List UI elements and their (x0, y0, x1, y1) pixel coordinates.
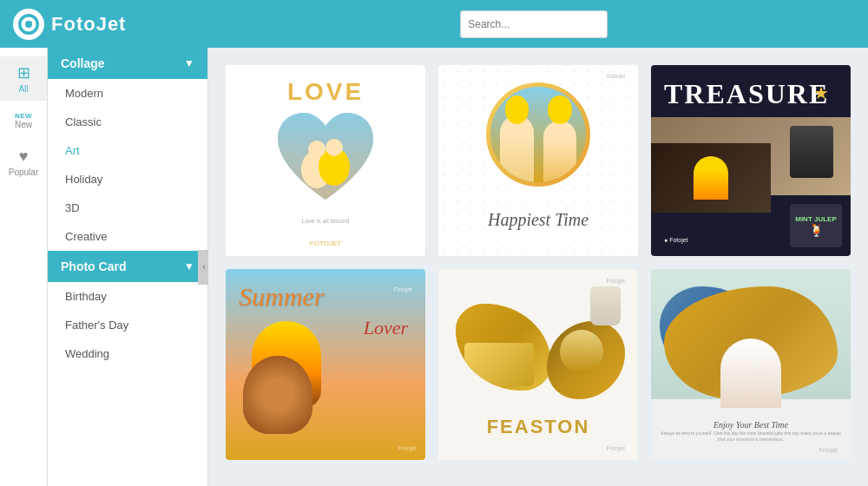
treasure-child (694, 156, 728, 200)
sidebar: Collage ▼ Modern Classic Art Holiday 3D … (48, 48, 208, 486)
sidebar-item-art[interactable]: Art (48, 136, 207, 165)
feaston-photo-left (456, 304, 551, 391)
sidebar-item-fathers-day[interactable]: Father's Day (48, 311, 207, 339)
svg-point-7 (326, 139, 343, 156)
svg-point-2 (25, 21, 32, 28)
sidebar-item-3d[interactable]: 3D (48, 194, 207, 222)
enjoy-footer: Fotojet (819, 447, 838, 453)
summer-card-preview: Fotojet Summer Lover Fotojet (226, 269, 425, 460)
nav-item-all[interactable]: ⊞ All (0, 56, 47, 101)
sidebar-item-creative[interactable]: Creative (48, 222, 207, 251)
nav-item-popular[interactable]: ♥ Popular (0, 141, 47, 184)
love-card-preview: LOVE (226, 65, 425, 256)
template-summer[interactable]: Fotojet Summer Lover Fotojet (226, 269, 425, 460)
all-icon: ⊞ (17, 63, 30, 82)
happiest-title: Happiest Time (488, 210, 589, 230)
sidebar-photocard-header[interactable]: Photo Card ▼ (48, 251, 207, 282)
love-title: LOVE (287, 78, 364, 106)
svg-point-6 (308, 141, 326, 158)
sidebar-item-wedding[interactable]: Wedding (48, 339, 207, 368)
happiest-subtitle: Saluki (606, 72, 625, 80)
template-love[interactable]: LOVE (226, 65, 425, 256)
logo-text: FotoJet (51, 13, 126, 36)
sidebar-item-birthday[interactable]: Birthday (48, 282, 207, 311)
sidebar-item-modern[interactable]: Modern (48, 79, 207, 108)
love-subtext: Love is all around (302, 217, 350, 226)
popular-icon: ♥ (19, 148, 29, 166)
treasure-logo: ● Fotojet (664, 237, 688, 243)
main-layout: ⊞ All NEW New ♥ Popular Collage ▼ Modern… (0, 48, 868, 486)
enjoy-child-figure (720, 338, 781, 408)
feaston-title: FEASTON (487, 416, 590, 438)
love-heart-svg (269, 104, 382, 217)
feaston-photo-right (547, 321, 625, 399)
templates-grid: LOVE (226, 61, 851, 460)
summer-native-figure (243, 356, 312, 434)
photocard-arrow-icon: ▼ (184, 260, 194, 273)
collage-arrow-icon: ▼ (184, 57, 194, 69)
happiest-photo (486, 82, 590, 187)
nav-label-popular: Popular (9, 167, 38, 177)
summer-subtitle-text: Fotojet (394, 286, 412, 292)
treasure-mint-box: MINT JULEP 🍹 (790, 204, 842, 247)
enjoy-title: Enjoy Your Best Time (713, 420, 788, 430)
feaston-logo: Fotojet (607, 278, 625, 284)
sidebar-photocard-label: Photo Card (61, 259, 126, 273)
happiest-inner (490, 87, 586, 182)
template-enjoy[interactable]: Enjoy Your Best Time Always be kind to y… (651, 269, 851, 460)
sidebar-item-holiday[interactable]: Holiday (48, 165, 207, 194)
new-badge: NEW (15, 112, 32, 120)
enjoy-body-text: Always be kind to yourself. Give this da… (660, 430, 842, 443)
header: FotoJet (0, 0, 868, 48)
nav-label-all: All (18, 84, 28, 94)
logo: FotoJet (13, 9, 126, 40)
svg-point-0 (14, 10, 43, 39)
treasure-star-icon: ★ (813, 82, 829, 103)
feaston-footer-logo: Fotojet (607, 445, 625, 451)
sidebar-item-classic[interactable]: Classic (48, 108, 207, 136)
summer-footer: Fotojet (398, 445, 417, 451)
treasure-card-preview: TREASURE ★ ● Fotojet MINT JULEP 🍹 (651, 65, 851, 256)
template-happiest[interactable]: Saluki Happiest Time (438, 65, 638, 256)
logo-icon (13, 9, 44, 40)
treasure-mint-text: MINT JULEP (795, 215, 837, 223)
template-feaston[interactable]: Fotojet FEASTON Fotojet (438, 269, 638, 460)
summer-title: Summer (239, 282, 324, 312)
left-nav: ⊞ All NEW New ♥ Popular (0, 48, 48, 486)
sidebar-collage-label: Collage (61, 56, 105, 70)
nav-label-new: New (15, 120, 32, 129)
enjoy-card-preview: Enjoy Your Best Time Always be kind to y… (651, 269, 851, 460)
treasure-title: TREASURE (664, 78, 829, 110)
treasure-photo2 (651, 143, 771, 213)
love-footer: FOTOJET (310, 240, 341, 247)
summer-love-text: Lover (364, 317, 408, 339)
search-input[interactable] (460, 10, 608, 38)
nav-item-new[interactable]: NEW New (0, 105, 47, 136)
feaston-card-preview: Fotojet FEASTON Fotojet (438, 269, 638, 460)
feaston-cup (590, 286, 621, 325)
content-area: LOVE (208, 48, 868, 486)
happiest-card-preview: Saluki Happiest Time (438, 65, 638, 256)
svg-point-1 (20, 16, 37, 33)
sidebar-collage-header[interactable]: Collage ▼ (48, 48, 207, 79)
template-treasure[interactable]: TREASURE ★ ● Fotojet MINT JULEP 🍹 (651, 65, 851, 256)
